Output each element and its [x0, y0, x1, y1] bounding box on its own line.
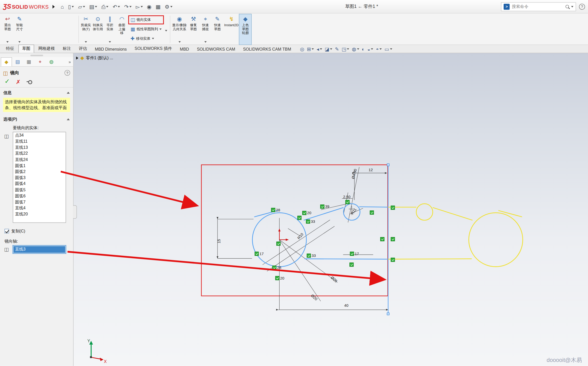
- dimension-label[interactable]: 33: [306, 219, 315, 224]
- entity-list-item[interactable]: 圆弧7: [13, 199, 66, 205]
- dropdown-caret-icon[interactable]: [312, 48, 314, 50]
- dropdown-caret-icon[interactable]: [109, 41, 111, 43]
- entity-list-item[interactable]: 点34: [13, 132, 66, 138]
- collapse-chevron-icon[interactable]: [67, 118, 70, 120]
- entity-list-item[interactable]: 直线4: [13, 205, 66, 211]
- dimension-label[interactable]: 17: [255, 252, 264, 256]
- quick-snaps-button[interactable]: ⌖ 快速 捕捉: [199, 14, 211, 45]
- flyout-part-name[interactable]: 零件1 (默认) ...: [86, 55, 113, 61]
- entity-list-item[interactable]: 直线22: [13, 150, 66, 156]
- entity-list-item[interactable]: 直线24: [13, 156, 66, 163]
- dimxpert-manager-tab[interactable]: ⌖: [34, 57, 46, 66]
- entity-list-item[interactable]: 圆弧5: [13, 187, 66, 193]
- move-entities-button[interactable]: ✚ 移动实体: [129, 34, 163, 42]
- print-icon[interactable]: ⎙: [100, 3, 110, 10]
- redo-icon[interactable]: ↷: [123, 3, 133, 10]
- dimension-label[interactable]: 12: [369, 168, 373, 172]
- search-input[interactable]: 搜索命令: [512, 4, 563, 9]
- constraint-badge[interactable]: [320, 204, 324, 209]
- apply-scene-icon[interactable]: ◒: [367, 47, 373, 51]
- zoom-fit-icon[interactable]: ◎: [300, 47, 304, 51]
- shaded-sketch-contours-button[interactable]: ◆ 上色 草图 轮廓: [239, 14, 251, 45]
- hide-show-items-icon[interactable]: ◍: [352, 47, 359, 51]
- tab-mesh-modeling[interactable]: 网格建模: [34, 45, 58, 53]
- entity-list-item[interactable]: 圆弧2: [13, 169, 66, 175]
- constraint-badge[interactable]: [306, 219, 310, 224]
- sketch-annotation-icon[interactable]: ✎: [335, 47, 339, 51]
- cancel-button[interactable]: ✗: [16, 79, 21, 84]
- dropdown-caret-icon[interactable]: [72, 6, 74, 7]
- feature-tree-flyout[interactable]: ◆ 零件1 (默认) ...: [76, 55, 113, 61]
- search-caret-icon[interactable]: [571, 6, 573, 7]
- constraint-badge[interactable]: [255, 252, 259, 256]
- linear-sketch-pattern-button[interactable]: ▦ 线性草图阵列: [129, 25, 163, 33]
- constraint-badge[interactable]: [272, 266, 276, 270]
- entity-list-item[interactable]: 直线11: [13, 138, 66, 144]
- constraint-badge[interactable]: [307, 254, 311, 258]
- dropdown-caret-icon[interactable]: [390, 48, 392, 50]
- tab-solidworks-addins[interactable]: SOLIDWORKS 插件: [131, 45, 176, 53]
- dropdown-caret-icon[interactable]: [170, 6, 172, 7]
- entity-list-item[interactable]: 直线20: [13, 211, 66, 217]
- section-view-icon[interactable]: ◪: [325, 47, 332, 51]
- zoom-area-icon[interactable]: ⊞: [307, 47, 314, 51]
- dropdown-caret-icon[interactable]: [85, 41, 87, 43]
- constraint-badge[interactable]: [302, 211, 306, 215]
- dimension-label[interactable]: 17: [350, 252, 359, 256]
- entity-list-item[interactable]: 直线13: [13, 144, 66, 150]
- dimension-label[interactable]: 20: [275, 276, 284, 280]
- monitor-icon[interactable]: ▭: [385, 47, 392, 51]
- entity-list-item[interactable]: 圆弧4: [13, 181, 66, 187]
- search-magnifier-icon[interactable]: [566, 5, 569, 8]
- dropdown-caret-icon[interactable]: [18, 41, 21, 43]
- undo-icon[interactable]: ↶: [111, 3, 122, 10]
- display-style-icon[interactable]: ◳: [342, 47, 349, 51]
- previous-view-icon[interactable]: ◂: [317, 47, 322, 51]
- dimension-label[interactable]: 28: [271, 208, 280, 212]
- offset-on-surface-button[interactable]: ◠ 曲面 上偏 移: [116, 14, 128, 45]
- panel-collapse-handle[interactable]: [30, 55, 43, 56]
- edit-appearance-icon[interactable]: ◐: [362, 47, 365, 51]
- options-icon[interactable]: ⚙: [163, 3, 174, 10]
- convert-entities-button[interactable]: ⊙ 转换实 体引用: [92, 14, 104, 45]
- mirror-entities-button[interactable]: ◫ 镜向实体: [129, 16, 163, 24]
- smart-dimension-button[interactable]: ✎ 智能 尺寸: [13, 14, 25, 45]
- tab-solidworks-cam[interactable]: SOLIDWORKS CAM: [193, 46, 239, 53]
- tab-features[interactable]: 特征: [2, 45, 18, 53]
- copy-checkbox[interactable]: [5, 229, 9, 233]
- trim-entities-button[interactable]: ✂ 剪裁实 体(T): [80, 14, 92, 45]
- dropdown-caret-icon[interactable]: [106, 6, 108, 7]
- menu-expand-icon[interactable]: [52, 5, 55, 8]
- rapid-sketch-button[interactable]: ✎ 快速 草图: [211, 14, 223, 45]
- help-icon[interactable]: ?: [579, 4, 585, 10]
- entity-list-item[interactable]: 圆弧3: [13, 174, 66, 181]
- dropdown-caret-icon[interactable]: [204, 41, 207, 43]
- dropdown-caret-icon[interactable]: [129, 6, 132, 7]
- sheet-icon[interactable]: ▦: [154, 3, 162, 10]
- dropdown-caret-icon[interactable]: [152, 38, 154, 39]
- ok-button[interactable]: ✓: [5, 79, 10, 85]
- constraint-badge[interactable]: [271, 208, 275, 212]
- dropdown-caret-icon[interactable]: [118, 6, 120, 7]
- dimension-label[interactable]: 39: [320, 204, 330, 209]
- tab-evaluate[interactable]: 评估: [75, 45, 91, 53]
- dropdown-caret-icon[interactable]: [141, 6, 143, 7]
- save-icon[interactable]: ▤: [88, 3, 99, 10]
- dropdown-caret-icon[interactable]: [380, 48, 382, 50]
- dimension-label[interactable]: 33: [307, 254, 316, 258]
- dimension-label[interactable]: 15: [217, 239, 221, 243]
- tab-solidworks-cam-tbm[interactable]: SOLIDWORKS CAM TBM: [239, 46, 295, 53]
- dropdown-caret-icon[interactable]: [178, 41, 181, 43]
- repair-sketch-button[interactable]: ⚒ 修复 草图: [187, 14, 199, 45]
- dropdown-caret-icon[interactable]: [320, 48, 322, 50]
- dimension-label[interactable]: 40: [344, 303, 348, 308]
- view-settings-icon[interactable]: ◓: [376, 47, 382, 51]
- sketch-entities-blue[interactable]: [252, 204, 388, 267]
- dimension-label[interactable]: 2.50: [343, 195, 350, 199]
- dropdown-caret-icon[interactable]: [357, 48, 359, 50]
- tab-strip-overflow-icon[interactable]: »: [69, 59, 72, 64]
- mirror-axis-line[interactable]: [387, 164, 389, 315]
- pin-button[interactable]: [26, 79, 33, 84]
- select-icon[interactable]: ▻: [134, 3, 144, 10]
- tab-sketch[interactable]: 草图: [18, 45, 34, 53]
